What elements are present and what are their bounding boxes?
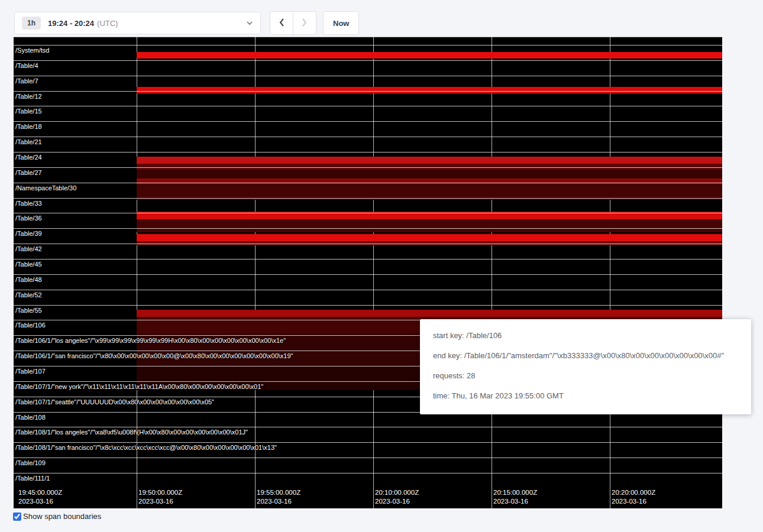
span-key-label: /NamespaceTable/30 — [15, 184, 76, 192]
time-range-label: 19:24 - 20:24 — [48, 19, 94, 28]
toolbar: 1h 19:24 - 20:24 (UTC) Now — [14, 11, 359, 35]
span-boundary-line — [14, 45, 722, 46]
time-gridline — [255, 37, 256, 508]
span-key-label: /Table/4 — [15, 62, 38, 69]
span-key-label: /Table/7 — [15, 77, 38, 85]
previous-range-button[interactable] — [270, 11, 293, 35]
span-key-label: /System/tsd — [15, 47, 49, 54]
span-boundary-line — [14, 183, 722, 183]
span-key-label: /Table/106/1/"los angeles"/"\x99\x99\x99… — [15, 337, 286, 344]
span-boundary-line — [14, 198, 722, 199]
now-button[interactable]: Now — [323, 11, 359, 35]
span-boundary-line — [14, 213, 722, 213]
span-key-label: /Table/33 — [15, 200, 42, 207]
span-boundary-line — [14, 274, 722, 275]
span-key-label: /Table/48 — [15, 276, 42, 283]
heat-band[interactable] — [137, 87, 722, 93]
chevron-right-icon — [302, 18, 308, 29]
span-key-label: /Table/106/1/"san francisco"/"\x80\x00\x… — [15, 352, 293, 359]
time-axis-label: 19:55:00.000Z2023-03-16 — [257, 488, 300, 506]
span-key-label: /Table/15 — [15, 108, 42, 115]
span-key-label: /Table/106 — [15, 322, 46, 329]
span-key-label: /Table/12 — [15, 93, 42, 100]
span-boundary-line — [14, 458, 722, 458]
heat-band[interactable] — [137, 310, 722, 317]
span-boundary-line — [14, 76, 722, 76]
time-range-selector[interactable]: 1h 19:24 - 20:24 (UTC) — [14, 12, 261, 34]
hover-tooltip: start key: /Table/106 end key: /Table/10… — [420, 319, 751, 414]
tooltip-start-key: start key: /Table/106 — [433, 330, 738, 340]
span-boundary-line — [14, 152, 722, 153]
tooltip-end-key: end key: /Table/106/1/"amsterdam"/"\xb33… — [433, 351, 738, 361]
tooltip-requests: requests: 28 — [433, 371, 738, 381]
axis-time: 20:20:00.000Z — [612, 488, 655, 497]
span-key-label: /Table/111/1 — [15, 475, 50, 482]
axis-time: 19:45:00.000Z — [18, 488, 62, 497]
axis-date: 2023-03-16 — [257, 497, 300, 506]
span-key-label: /Table/52 — [15, 291, 42, 299]
heat-band[interactable] — [137, 52, 722, 59]
axis-date: 2023-03-16 — [493, 497, 537, 506]
next-range-button[interactable] — [293, 11, 316, 35]
span-key-label: /Table/18 — [15, 123, 42, 130]
timezone-label: (UTC) — [97, 19, 118, 28]
span-key-label: /Table/108/1/"san francisco"/"\x8c\xcc\x… — [15, 444, 277, 451]
span-boundary-line — [14, 106, 722, 106]
axis-date: 2023-03-16 — [375, 497, 419, 506]
axis-date: 2023-03-16 — [18, 497, 62, 506]
time-gridline — [373, 37, 374, 508]
show-span-boundaries-label: Show span boundaries — [23, 512, 101, 521]
time-nav-group — [270, 11, 316, 35]
time-axis-label: 19:50:00.000Z2023-03-16 — [138, 488, 182, 506]
span-key-label: /Table/107/1/"seattle"/"UUUUUUD\x00\x80\… — [15, 398, 214, 406]
time-gridline — [137, 37, 137, 508]
span-key-label: /Table/107/1/"new york"/"\x11\x11\x11\x1… — [15, 383, 263, 390]
span-key-label: /Table/27 — [15, 169, 42, 176]
axis-time: 20:15:00.000Z — [493, 488, 537, 497]
heat-band[interactable] — [137, 234, 722, 241]
chevron-down-icon — [246, 21, 253, 25]
span-boundary-line — [14, 305, 722, 306]
span-boundary-line — [14, 91, 722, 92]
span-key-label: /Table/107 — [15, 368, 46, 375]
tooltip-time: time: Thu, 16 Mar 2023 19:55:00 GMT — [433, 391, 738, 401]
time-gridline — [610, 37, 610, 508]
keyvis-canvas[interactable]: /System/tsd/Table/4/Table/7/Table/12/Tab… — [14, 37, 722, 508]
key-visualizer-page: 1h 19:24 - 20:24 (UTC) Now /System/tsd/T… — [0, 0, 763, 532]
heat-band[interactable] — [137, 157, 722, 164]
time-axis-label: 20:20:00.000Z2023-03-16 — [612, 488, 655, 506]
span-boundary-line — [14, 290, 722, 290]
show-span-boundaries-checkbox[interactable] — [13, 512, 21, 521]
span-key-label: /Table/24 — [15, 154, 42, 161]
duration-chip: 1h — [22, 17, 41, 30]
span-boundary-line — [14, 259, 722, 259]
heat-band[interactable] — [137, 170, 722, 179]
axis-time: 20:10:00.000Z — [375, 488, 419, 497]
span-boundary-line — [14, 167, 722, 168]
time-axis-label: 20:10:00.000Z2023-03-16 — [375, 488, 419, 506]
axis-date: 2023-03-16 — [138, 497, 182, 506]
span-boundary-line — [14, 473, 722, 473]
axis-time: 19:50:00.000Z — [138, 488, 182, 497]
time-axis-label: 20:15:00.000Z2023-03-16 — [493, 488, 537, 506]
span-key-label: /Table/45 — [15, 261, 42, 268]
span-key-label: /Table/42 — [15, 245, 42, 252]
span-boundary-line — [14, 442, 722, 443]
span-boundary-line — [14, 37, 722, 37]
span-boundary-line — [14, 228, 722, 229]
span-key-label: /Table/109 — [15, 459, 46, 466]
time-axis-label: 19:45:00.000Z2023-03-16 — [18, 488, 62, 506]
footer-controls: Show span boundaries — [13, 512, 101, 521]
span-boundary-line — [14, 121, 722, 122]
span-key-label: /Table/55 — [15, 307, 42, 314]
span-key-label: /Table/39 — [15, 230, 42, 237]
span-key-label: /Table/108/1/"los angeles"/"\xa8\xf5\u00… — [15, 429, 248, 436]
time-gridline — [492, 37, 492, 508]
axis-time: 19:55:00.000Z — [257, 488, 300, 497]
span-key-label: /Table/36 — [15, 215, 42, 222]
axis-date: 2023-03-16 — [612, 497, 655, 506]
span-key-label: /Table/21 — [15, 138, 42, 145]
span-boundary-line — [14, 137, 722, 137]
heat-band[interactable] — [137, 219, 722, 232]
span-boundary-line — [14, 60, 722, 61]
